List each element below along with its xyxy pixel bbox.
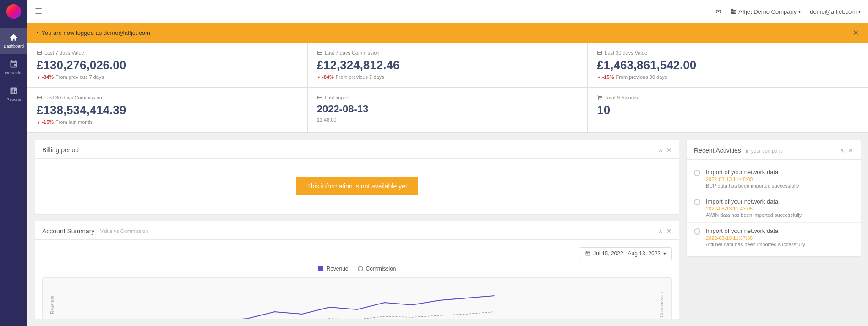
stat-icon-0: [37, 50, 42, 55]
account-summary-title: Account Summary Value vs Commission: [42, 227, 148, 235]
activity-title-2: Import of your network data: [706, 227, 805, 234]
stat-change-30day-commission: -15% From last month: [37, 119, 298, 125]
account-summary-panel: Account Summary Value vs Commission ∧ ✕: [35, 221, 679, 319]
stat-icon-4: [317, 95, 322, 100]
stat-label-total-networks: Total Networks: [597, 95, 859, 100]
topbar-left: ☰: [35, 6, 42, 17]
banner-close-button[interactable]: ✕: [853, 28, 859, 37]
activity-title-0: Import of your network data: [706, 169, 799, 176]
company-name: Affjet Demo Company: [738, 8, 797, 15]
billing-panel-header: Billing period ∧ ✕: [35, 140, 679, 159]
activity-time-0: 2022-08-13 11:48:00: [706, 177, 799, 182]
activity-item-0: Import of your network data 2022-08-13 1…: [687, 164, 861, 193]
panels-left: Billing period ∧ ✕ This information is n…: [35, 140, 679, 319]
chart-y-axis-right: Commission: [659, 292, 664, 317]
sidebar-item-networks[interactable]: Networks: [0, 54, 27, 81]
recent-activities-controls: ∧ ✕: [840, 147, 853, 154]
recent-activities-header: Recent Activities in your company ∧ ✕: [687, 140, 861, 160]
sidebar-item-dashboard[interactable]: Dashboard: [0, 28, 27, 54]
not-available-button[interactable]: This information is not available yet: [296, 177, 418, 195]
activity-desc-2: Affilinet data has been imported success…: [706, 242, 805, 247]
activity-time-2: 2022-08-13 11:37:36: [706, 235, 805, 241]
stat-card-total-networks: Total Networks 10: [588, 88, 868, 132]
stat-card-last-import: Last import 2022-08-13 11:48:00: [308, 88, 588, 132]
activity-dot-2: [694, 228, 700, 235]
calendar-icon: [585, 251, 590, 256]
panels-right: Recent Activities in your company ∧ ✕: [687, 140, 861, 319]
banner-bullet: •: [37, 29, 39, 36]
account-panel-collapse[interactable]: ∧: [658, 227, 663, 235]
account-panel-close[interactable]: ✕: [666, 227, 672, 235]
stat-icon-3: [37, 95, 42, 100]
activity-desc-1: AWIN data has been imported successfully: [706, 212, 802, 218]
home-icon: [9, 33, 18, 42]
stat-label-30day-commission: Last 30 days Commission: [37, 95, 298, 100]
stat-label-7day-commission: Last 7 days Commission: [317, 50, 579, 55]
stat-card-7day-commission: Last 7 days Commission £12,324,812.46 -8…: [308, 43, 588, 87]
banner-text: • You are now logged as demo@affjet.com: [37, 29, 150, 36]
stat-card-30day-value: Last 30 days Value £1,463,861,542.00 -15…: [588, 43, 868, 87]
stat-card-7day-value: Last 7 days Value £130,276,026.00 -84% F…: [27, 43, 308, 87]
recent-panel-collapse[interactable]: ∧: [840, 147, 844, 154]
recent-activities-title: Recent Activities: [694, 147, 741, 154]
hamburger-menu[interactable]: ☰: [35, 6, 42, 17]
billing-panel-body: This information is not available yet: [35, 159, 679, 214]
sidebar: Dashboard Networks Reports: [0, 0, 27, 326]
commission-legend-dot: [358, 266, 363, 271]
user-dropdown-arrow: ▾: [858, 9, 861, 14]
recent-activities-subtitle: in your company: [746, 148, 783, 154]
chart-controls: Jul 15, 2022 - Aug 13, 2022 ▾: [42, 247, 672, 260]
sidebar-label-networks: Networks: [5, 71, 22, 75]
user-email-selector[interactable]: demo@affjet.com ▾: [810, 8, 861, 15]
stat-icon-2: [597, 50, 602, 55]
stat-value-7day-commission: £12,324,812.46: [317, 58, 579, 72]
date-picker-button[interactable]: Jul 15, 2022 - Aug 13, 2022 ▾: [579, 247, 672, 260]
account-summary-controls: ∧ ✕: [658, 227, 672, 235]
sidebar-nav: Dashboard Networks Reports: [0, 28, 27, 107]
account-summary-body: Jul 15, 2022 - Aug 13, 2022 ▾ Revenue: [35, 240, 679, 319]
chart-y-axis-left: Revenue: [50, 296, 55, 314]
stat-icon-5: [597, 95, 602, 100]
sidebar-item-reports[interactable]: Reports: [0, 81, 27, 107]
mail-icon[interactable]: ✉: [716, 8, 721, 15]
company-dropdown-arrow: ▾: [798, 9, 801, 14]
billing-panel-title: Billing period: [42, 146, 79, 154]
panels-area: Billing period ∧ ✕ This information is n…: [27, 133, 868, 326]
activity-dot-0: [694, 170, 700, 176]
user-email: demo@affjet.com: [810, 8, 857, 15]
stat-change-7day-value: -84% From previous 7 days: [37, 74, 298, 80]
sidebar-label-reports: Reports: [6, 97, 21, 102]
building-icon: [730, 8, 737, 15]
stat-label-last-import: Last import: [317, 95, 579, 100]
stat-label-7day-value: Last 7 days Value: [37, 50, 298, 55]
stat-value-total-networks: 10: [597, 103, 859, 117]
stat-value-30day-value: £1,463,861,542.00: [597, 58, 859, 72]
activity-content-2: Import of your network data 2022-08-13 1…: [706, 227, 805, 247]
stat-label-30day-value: Last 30 days Value: [597, 50, 859, 55]
stat-change-30day-value: -15% From previous 30 days: [597, 74, 859, 80]
stats-row-2: Last 30 days Commission £138,534,414.39 …: [27, 88, 868, 133]
activity-dot-1: [694, 199, 700, 205]
account-summary-header: Account Summary Value vs Commission ∧ ✕: [35, 221, 679, 240]
reports-icon: [9, 86, 18, 95]
activity-content-0: Import of your network data 2022-08-13 1…: [706, 169, 799, 188]
sidebar-logo: [0, 0, 27, 23]
billing-panel-collapse[interactable]: ∧: [658, 146, 663, 154]
activity-list: Import of your network data 2022-08-13 1…: [687, 160, 861, 256]
billing-panel-close[interactable]: ✕: [666, 146, 672, 154]
recent-activities-title-group: Recent Activities in your company: [694, 146, 783, 155]
recent-panel-close[interactable]: ✕: [848, 147, 853, 154]
stat-value-last-import: 2022-08-13: [317, 103, 579, 115]
company-selector[interactable]: Affjet Demo Company ▾: [730, 8, 801, 15]
chart-legend: Revenue Commission: [42, 265, 672, 272]
stat-icon-1: [317, 50, 322, 55]
activity-time-1: 2022-08-13 11:43:05: [706, 206, 802, 211]
stat-card-30day-commission: Last 30 days Commission £138,534,414.39 …: [27, 88, 308, 132]
sidebar-label-dashboard: Dashboard: [4, 44, 24, 49]
activity-item-2: Import of your network data 2022-08-13 1…: [687, 223, 861, 252]
revenue-legend-dot: [318, 266, 323, 271]
banner-message: You are now logged as demo@affjet.com: [42, 29, 150, 36]
main-area: ☰ ✉ Affjet Demo Company ▾ demo@affjet.co…: [27, 0, 868, 326]
activity-desc-0: BCP data has been imported successfully: [706, 183, 799, 188]
activity-content-1: Import of your network data 2022-08-13 1…: [706, 198, 802, 218]
